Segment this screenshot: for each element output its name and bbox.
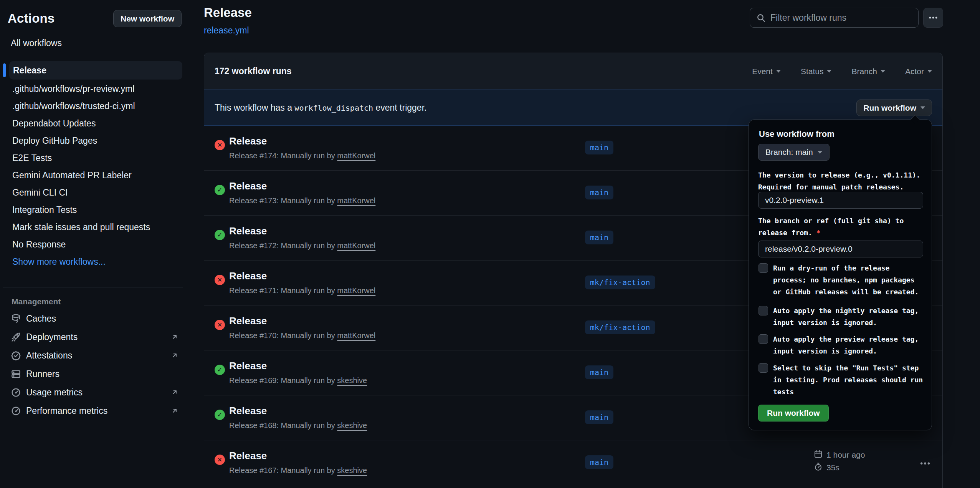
branch-badge[interactable]: main: [585, 186, 613, 199]
sidebar-item-workflow[interactable]: Deploy GitHub Pages: [0, 132, 191, 149]
checkbox[interactable]: [759, 263, 768, 273]
actor-link[interactable]: skeshive: [337, 466, 367, 475]
actor-link[interactable]: mattKorwel: [337, 241, 375, 250]
run-title-link[interactable]: Release: [229, 315, 267, 327]
actor-link[interactable]: mattKorwel: [337, 151, 375, 160]
dialog-checkbox-row: Auto apply the preview release tag, inpu…: [759, 333, 925, 357]
branch-badge[interactable]: main: [585, 231, 613, 244]
sidebar-item-usage-metrics[interactable]: Usage metrics: [0, 383, 191, 402]
sidebar-item-all-workflows[interactable]: All workflows: [0, 35, 191, 51]
sidebar-item-runners[interactable]: Runners: [0, 365, 191, 383]
show-more-workflows-link[interactable]: Show more workflows...: [0, 253, 191, 271]
filter-status[interactable]: Status: [801, 67, 832, 76]
required-asterisk: *: [816, 229, 821, 237]
run-title-link[interactable]: Release: [229, 450, 267, 462]
workflow-options-kebab-button[interactable]: [923, 8, 943, 28]
runs-panel-header: 172 workflow runs EventStatusBranchActor: [204, 53, 942, 90]
use-workflow-from-label: Use workflow from: [759, 129, 835, 139]
sidebar-title: Actions: [8, 11, 55, 26]
workflow-list: Release.github/workflows/pr-review.yml.g…: [0, 60, 191, 271]
filter-branch[interactable]: Branch: [851, 67, 885, 76]
stopwatch-icon: [814, 462, 823, 473]
branch-badge[interactable]: main: [585, 410, 613, 424]
search-icon: [756, 13, 766, 23]
filter-event[interactable]: Event: [752, 67, 781, 76]
sidebar-item-workflow[interactable]: Gemini CLI CI: [0, 184, 191, 201]
calendar-icon: [814, 450, 823, 460]
rocket-icon: [11, 332, 21, 342]
actor-link[interactable]: skeshive: [337, 376, 367, 385]
version-input[interactable]: [758, 192, 923, 209]
failure-status-icon: ✕: [215, 320, 225, 330]
verified-icon: [11, 350, 21, 361]
arrow-up-right-icon: [170, 388, 179, 397]
chevron-down-icon: [881, 70, 885, 73]
workflow-run-row[interactable]: ✕ReleaseRelease #167: Manually run by sk…: [204, 440, 942, 485]
new-workflow-button[interactable]: New workflow: [113, 10, 182, 27]
dialog-checkbox-row: Select to skip the "Run Tests" step in t…: [759, 362, 925, 398]
run-workflow-dialog: Use workflow from Branch: main The versi…: [749, 120, 932, 430]
sidebar-divider: [3, 57, 183, 57]
run-duration: 35s: [826, 463, 840, 472]
sidebar-item-workflow[interactable]: .github/workflows/pr-review.yml: [0, 80, 191, 98]
run-workflow-dropdown-button[interactable]: Run workflow: [856, 100, 932, 116]
success-status-icon: ✓: [215, 230, 225, 240]
sidebar-item-workflow[interactable]: Release: [9, 61, 182, 80]
branch-badge[interactable]: mk/fix-action: [585, 276, 655, 289]
chevron-down-icon: [921, 106, 925, 109]
chevron-down-icon: [827, 70, 831, 73]
run-title-link[interactable]: Release: [229, 225, 267, 237]
actor-link[interactable]: mattKorwel: [337, 286, 375, 295]
branch-badge[interactable]: mk/fix-action: [585, 320, 655, 334]
arrow-up-right-icon: [170, 406, 179, 415]
sidebar-divider: [3, 287, 183, 287]
branch-badge[interactable]: main: [585, 455, 613, 469]
sidebar-item-workflow[interactable]: .github/workflows/trusted-ci.yml: [0, 98, 191, 115]
sidebar-item-workflow[interactable]: Mark stale issues and pull requests: [0, 219, 191, 236]
sidebar-item-performance-metrics[interactable]: Performance metrics: [0, 402, 191, 420]
chevron-down-icon: [776, 70, 781, 73]
success-status-icon: ✓: [215, 410, 225, 420]
branch-badge[interactable]: main: [585, 365, 613, 379]
ref-input[interactable]: [758, 241, 923, 257]
run-options-kebab-button[interactable]: [919, 458, 931, 469]
sidebar-item-workflow[interactable]: No Response: [0, 236, 191, 253]
filter-actor[interactable]: Actor: [905, 67, 932, 76]
run-title-link[interactable]: Release: [229, 135, 267, 147]
run-workflow-submit-button[interactable]: Run workflow: [758, 405, 829, 422]
success-status-icon: ✓: [215, 365, 225, 375]
branch-selector-button[interactable]: Branch: main: [758, 144, 830, 161]
sidebar-item-workflow[interactable]: Gemini Automated PR Labeler: [0, 167, 191, 184]
checkbox-label: Auto apply the nightly release tag, inpu…: [773, 305, 925, 329]
sidebar-item-workflow[interactable]: Dependabot Updates: [0, 115, 191, 132]
management-section-label: Management: [0, 294, 191, 309]
branch-badge[interactable]: main: [585, 141, 613, 154]
sidebar-item-workflow[interactable]: Integration Tests: [0, 201, 191, 219]
workflow-file-link[interactable]: release.yml: [204, 25, 249, 36]
checkbox[interactable]: [759, 363, 768, 373]
database-icon: [11, 314, 21, 324]
checkbox[interactable]: [759, 306, 768, 315]
dialog-checkbox-row: Auto apply the nightly release tag, inpu…: [759, 305, 925, 329]
checkbox[interactable]: [759, 334, 768, 344]
sidebar-item-caches[interactable]: Caches: [0, 309, 191, 328]
run-description: Release #169: Manually run by skeshive: [229, 376, 367, 385]
actor-link[interactable]: skeshive: [337, 421, 367, 430]
sidebar-item-workflow[interactable]: E2E Tests: [0, 149, 191, 167]
filter-workflow-runs-input[interactable]: [770, 13, 912, 23]
run-description: Release #168: Manually run by skeshive: [229, 421, 367, 430]
run-title-link[interactable]: Release: [229, 360, 267, 372]
sidebar-item-deployments[interactable]: Deployments: [0, 328, 191, 346]
success-status-icon: ✓: [215, 185, 225, 195]
run-title-link[interactable]: Release: [229, 270, 267, 282]
run-title-link[interactable]: Release: [229, 180, 267, 192]
run-title-link[interactable]: Release: [229, 405, 267, 417]
checkbox-label: Run a dry-run of the release process; no…: [773, 262, 925, 298]
run-description: Release #172: Manually run by mattKorwel: [229, 241, 375, 250]
actor-link[interactable]: mattKorwel: [337, 331, 375, 340]
actor-link[interactable]: mattKorwel: [337, 196, 375, 205]
runs-filters: EventStatusBranchActor: [752, 67, 932, 76]
version-help-text: The version to release (e.g., v0.1.11). …: [758, 169, 924, 193]
sidebar-item-attestations[interactable]: Attestations: [0, 346, 191, 365]
run-description: Release #170: Manually run by mattKorwel: [229, 331, 375, 340]
